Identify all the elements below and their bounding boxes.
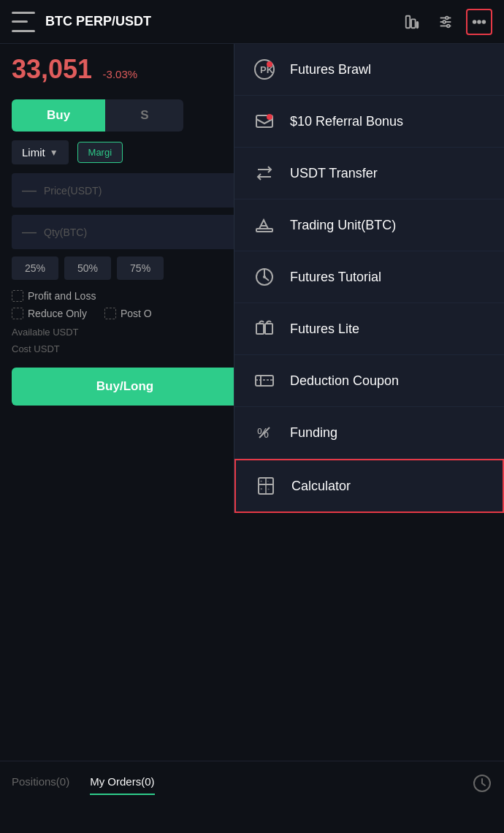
profit-loss-label: Profit and Loss xyxy=(28,290,96,302)
reduce-only-label: Reduce Only xyxy=(28,308,87,319)
deduction-coupon-icon xyxy=(252,368,277,393)
svg-rect-26 xyxy=(256,324,264,334)
dropdown-item-referral[interactable]: $10 Referral Bonus xyxy=(234,96,504,148)
dropdown-menu: PK Futures Brawl $10 Referral Bonus xyxy=(234,44,504,513)
buy-long-button[interactable]: Buy/Long xyxy=(12,368,238,406)
price-value: 33,051 xyxy=(12,54,92,85)
more-icon-btn[interactable] xyxy=(466,9,492,35)
sell-tab[interactable]: S xyxy=(105,99,183,132)
buy-tab[interactable]: Buy xyxy=(12,99,105,132)
profit-loss-checkbox[interactable] xyxy=(12,290,23,302)
futures-tutorial-icon xyxy=(252,265,277,289)
dropdown-item-usdt-transfer[interactable]: USDT Transfer xyxy=(234,148,504,199)
percent-75-btn[interactable]: 75% xyxy=(117,256,164,280)
qty-minus-icon: — xyxy=(22,224,37,240)
settings-icon-btn[interactable] xyxy=(432,9,459,35)
futures-brawl-icon: PK xyxy=(252,57,277,82)
header-title: BTC PERP/USDT xyxy=(45,14,399,29)
dropdown-item-futures-lite[interactable]: Futures Lite xyxy=(234,303,504,355)
dropdown-item-deduction-coupon[interactable]: Deduction Coupon xyxy=(234,355,504,407)
trading-unit-icon xyxy=(252,213,277,237)
qty-placeholder: Qty(BTC) xyxy=(44,227,87,238)
futures-lite-icon xyxy=(252,316,277,341)
dropdown-item-futures-tutorial[interactable]: Futures Tutorial xyxy=(234,251,504,303)
reduce-only-checkbox[interactable] xyxy=(12,308,23,319)
svg-point-18 xyxy=(267,61,272,67)
more-icon xyxy=(471,14,487,30)
svg-rect-28 xyxy=(256,376,273,386)
svg-rect-27 xyxy=(265,324,272,334)
futures-tutorial-label: Futures Tutorial xyxy=(290,270,381,285)
bottom-tab-inner: Positions(0) My Orders(0) xyxy=(12,773,492,796)
percent-50-btn[interactable]: 50% xyxy=(64,256,111,280)
futures-brawl-label: Futures Brawl xyxy=(290,62,371,77)
svg-text:÷: ÷ xyxy=(267,487,270,491)
post-only-label: Post O xyxy=(121,308,152,319)
margin-badge: Margi xyxy=(77,142,123,163)
futures-lite-label: Futures Lite xyxy=(290,322,359,337)
dropdown-item-funding[interactable]: % Funding xyxy=(234,407,504,459)
dropdown-item-futures-brawl[interactable]: PK Futures Brawl xyxy=(234,44,504,96)
chevron-down-icon: ▼ xyxy=(50,148,58,158)
svg-point-12 xyxy=(473,20,476,23)
price-minus-icon: — xyxy=(22,182,37,199)
available-label: Available USDT xyxy=(12,327,79,338)
my-orders-tab[interactable]: My Orders(0) xyxy=(90,775,154,795)
calculator-icon: + - × ÷ xyxy=(253,473,278,498)
history-icon-btn[interactable] xyxy=(472,773,492,796)
usdt-transfer-icon xyxy=(252,161,277,186)
dropdown-item-calculator[interactable]: + - × ÷ Calculator xyxy=(234,459,504,513)
dropdown-item-trading-unit[interactable]: Trading Unit(BTC) xyxy=(234,199,504,251)
svg-rect-21 xyxy=(256,229,272,232)
deduction-coupon-label: Deduction Coupon xyxy=(290,373,399,389)
header: BTC PERP/USDT xyxy=(0,0,504,44)
trading-unit-label: Trading Unit(BTC) xyxy=(290,218,396,233)
svg-rect-2 xyxy=(416,22,418,28)
order-type-select[interactable]: Limit ▼ xyxy=(12,140,69,164)
menu-icon[interactable] xyxy=(12,12,35,32)
svg-rect-1 xyxy=(411,19,416,28)
svg-point-20 xyxy=(267,114,272,120)
svg-text:×: × xyxy=(260,487,263,491)
order-type-label: Limit xyxy=(22,146,45,159)
cost-label: Cost USDT xyxy=(12,343,60,354)
price-change: -3.03% xyxy=(103,68,138,80)
positions-tab[interactable]: Positions(0) xyxy=(12,775,69,795)
referral-icon xyxy=(252,109,277,134)
percent-25-btn[interactable]: 25% xyxy=(12,256,58,280)
svg-point-14 xyxy=(483,20,486,23)
bottom-tabs: Positions(0) My Orders(0) xyxy=(0,761,504,833)
header-icons xyxy=(399,9,492,35)
clock-icon xyxy=(472,773,492,794)
svg-point-25 xyxy=(263,275,266,278)
referral-label: $10 Referral Bonus xyxy=(290,114,403,129)
svg-point-8 xyxy=(443,20,446,23)
svg-text:-: - xyxy=(267,479,269,483)
funding-icon: % xyxy=(252,420,277,445)
usdt-transfer-label: USDT Transfer xyxy=(290,166,378,181)
bottom-tab-row: Positions(0) My Orders(0) xyxy=(0,761,504,796)
chart-icon xyxy=(404,14,420,30)
svg-point-11 xyxy=(447,24,450,27)
funding-label: Funding xyxy=(290,425,337,441)
svg-point-13 xyxy=(478,20,481,23)
settings-icon xyxy=(438,14,454,30)
svg-text:+: + xyxy=(260,479,263,483)
post-only-checkbox[interactable] xyxy=(104,308,116,319)
price-placeholder: Price(USDT) xyxy=(44,185,102,197)
svg-point-5 xyxy=(446,16,448,19)
calculator-label: Calculator xyxy=(291,479,351,494)
svg-rect-0 xyxy=(406,15,411,28)
chart-icon-btn[interactable] xyxy=(399,9,425,35)
